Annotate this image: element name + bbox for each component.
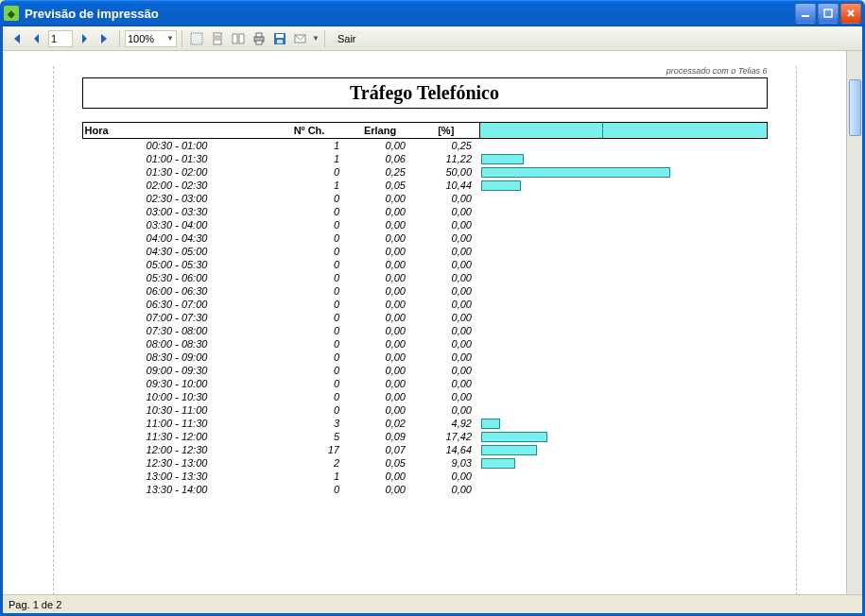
cell-nch: 0 [271, 403, 347, 417]
cell-bar [479, 139, 767, 153]
chevron-down-icon[interactable]: ▼ [312, 34, 320, 43]
zoom-value: 100% [128, 33, 154, 44]
cell-erlang: 0,06 [347, 152, 413, 165]
first-page-button[interactable] [7, 29, 26, 48]
cell-erlang: 0,05 [347, 456, 413, 470]
cell-nch: 0 [271, 377, 347, 390]
preview-area[interactable]: processado com o Telias 6 Tráfego Telefó… [3, 51, 846, 594]
zoom-select[interactable]: 100% ▼ [125, 30, 177, 47]
exit-button[interactable]: Sair [337, 33, 356, 44]
svg-rect-3 [214, 33, 221, 44]
cell-pct: 0,25 [413, 139, 479, 153]
table-row: 01:30 - 02:00 0 0,25 50,00 [82, 165, 767, 179]
cell-bar [479, 483, 767, 496]
app-icon: ◆ [4, 6, 19, 21]
maximize-button[interactable] [818, 3, 839, 24]
whole-page-button[interactable] [187, 29, 206, 48]
table-row: 04:00 - 04:30 0 0,00 0,00 [82, 231, 767, 245]
last-page-button[interactable] [95, 29, 114, 48]
cell-nch: 2 [271, 456, 347, 470]
cell-bar [479, 192, 767, 205]
cell-erlang: 0,02 [347, 417, 413, 430]
email-button[interactable] [291, 29, 310, 48]
separator [182, 30, 182, 47]
page: processado com o Telias 6 Tráfego Telefó… [30, 59, 820, 594]
svg-rect-10 [276, 34, 284, 38]
cell-bar [479, 337, 767, 351]
multi-page-button[interactable] [229, 29, 248, 48]
cell-pct: 17,42 [413, 430, 479, 443]
col-erlang: Erlang [347, 123, 413, 139]
cell-hora: 05:30 - 06:00 [82, 271, 271, 284]
next-page-button[interactable] [75, 29, 94, 48]
cell-erlang: 0,00 [347, 298, 413, 311]
cell-bar [479, 351, 767, 364]
cell-hora: 09:00 - 09:30 [82, 364, 271, 377]
cell-hora: 13:00 - 13:30 [82, 470, 271, 483]
cell-bar [479, 470, 767, 483]
page-indicator: Pag. 1 de 2 [9, 599, 61, 610]
window-titlebar: ◆ Previsão de impressão [0, 0, 865, 26]
cell-bar [479, 390, 767, 403]
cell-erlang: 0,00 [347, 470, 413, 483]
cell-nch: 0 [271, 284, 347, 298]
cell-pct: 14,64 [413, 443, 479, 456]
chevron-down-icon: ▼ [166, 34, 174, 43]
prev-page-button[interactable] [27, 29, 46, 48]
minimize-button[interactable] [795, 3, 816, 24]
save-button[interactable] [270, 29, 289, 48]
cell-nch: 0 [271, 218, 347, 231]
col-pct: [%] [413, 123, 479, 139]
cell-erlang: 0,25 [347, 165, 413, 179]
cell-hora: 04:30 - 05:00 [82, 245, 271, 258]
cell-erlang: 0,00 [347, 483, 413, 496]
print-button[interactable] [250, 29, 268, 48]
cell-hora: 12:30 - 13:00 [82, 456, 271, 470]
table-row: 01:00 - 01:30 1 0,06 11,22 [82, 152, 767, 165]
cell-erlang: 0,00 [347, 324, 413, 337]
cell-nch: 0 [271, 258, 347, 271]
svg-rect-2 [191, 33, 202, 44]
cell-bar [479, 152, 767, 165]
cell-hora: 02:30 - 03:00 [82, 192, 271, 205]
cell-nch: 0 [271, 390, 347, 403]
cell-erlang: 0,00 [347, 218, 413, 231]
cell-pct: 0,00 [413, 470, 479, 483]
cell-bar [479, 417, 767, 430]
cell-nch: 0 [271, 231, 347, 245]
cell-pct: 0,00 [413, 205, 479, 218]
cell-hora: 05:00 - 05:30 [82, 258, 271, 271]
cell-hora: 12:00 - 12:30 [82, 443, 271, 456]
cell-hora: 09:30 - 10:00 [82, 377, 271, 390]
cell-pct: 4,92 [413, 417, 479, 430]
cell-nch: 0 [271, 311, 347, 324]
processed-label: processado com o Telias 6 [82, 66, 768, 76]
page-number-input[interactable] [48, 30, 73, 47]
vertical-scrollbar[interactable] [846, 51, 862, 594]
scrollbar-thumb[interactable] [849, 79, 861, 136]
page-width-button[interactable] [208, 29, 227, 48]
separator [324, 30, 325, 47]
table-row: 07:30 - 08:00 0 0,00 0,00 [82, 324, 767, 337]
cell-pct: 0,00 [413, 298, 479, 311]
table-row: 09:00 - 09:30 0 0,00 0,00 [82, 364, 767, 377]
close-button[interactable] [840, 3, 861, 24]
cell-erlang: 0,00 [347, 337, 413, 351]
cell-erlang: 0,00 [347, 311, 413, 324]
svg-rect-4 [233, 34, 237, 43]
table-row: 05:30 - 06:00 0 0,00 0,00 [82, 271, 767, 284]
svg-rect-5 [239, 34, 244, 43]
table-row: 00:30 - 01:00 1 0,00 0,25 [82, 139, 767, 153]
cell-erlang: 0,00 [347, 390, 413, 403]
cell-nch: 1 [271, 152, 347, 165]
cell-nch: 0 [271, 364, 347, 377]
table-row: 10:30 - 11:00 0 0,00 0,00 [82, 403, 767, 417]
cell-hora: 10:30 - 11:00 [82, 403, 271, 417]
cell-erlang: 0,00 [347, 403, 413, 417]
cell-pct: 0,00 [413, 218, 479, 231]
cell-hora: 01:30 - 02:00 [82, 165, 271, 179]
cell-hora: 11:30 - 12:00 [82, 430, 271, 443]
table-row: 02:00 - 02:30 1 0,05 10,44 [82, 179, 767, 192]
window-controls [795, 3, 861, 24]
cell-nch: 0 [271, 165, 347, 179]
